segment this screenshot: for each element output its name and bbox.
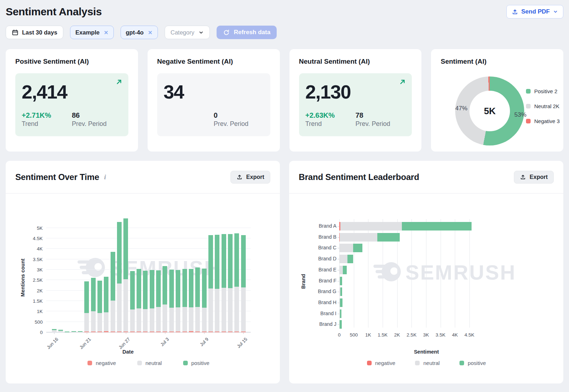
positive-segment [340, 309, 341, 318]
chip-label: Example [75, 29, 100, 36]
positive-segment [202, 269, 207, 308]
trend-label: Trend [22, 120, 72, 128]
refresh-icon [223, 29, 230, 36]
bar-jul-13 [228, 234, 233, 332]
neutral-segment [111, 301, 115, 332]
neutral-segment [130, 309, 135, 332]
filter-chip-gpt4o[interactable]: gpt-4o ✕ [121, 26, 158, 39]
neutral-segment [182, 307, 187, 332]
gridline [46, 311, 251, 311]
positive-swatch [459, 361, 464, 365]
neutral-swatch [415, 361, 420, 365]
x-tick-label: 4K [447, 332, 463, 338]
x-axis-title: Date [46, 349, 210, 355]
close-icon[interactable]: ✕ [104, 30, 108, 35]
positive-segment [347, 255, 353, 263]
positive-segment [182, 269, 187, 307]
filter-chip-example[interactable]: Example ✕ [70, 26, 113, 39]
donut-legend-item[interactable]: Positive 2 [526, 88, 563, 94]
info-icon[interactable]: i [104, 173, 106, 181]
category-label: Category [171, 29, 195, 36]
neutral-segment [339, 266, 343, 274]
bar-jul-7 [189, 269, 193, 332]
positive-segment [228, 234, 233, 288]
bar-jul-2 [156, 270, 161, 332]
neutral-segment [176, 307, 180, 332]
date-range-button[interactable]: Last 30 days [6, 26, 63, 39]
positive-segment [189, 269, 193, 307]
legend-item-negative[interactable]: negative [87, 360, 116, 366]
gridline [469, 219, 470, 328]
bar-jul-9 [202, 269, 207, 332]
legend-label: positive [468, 360, 486, 366]
date-range-label: Last 30 days [22, 29, 57, 36]
x-tick-label: Jun 27 [117, 337, 131, 350]
positive-segment [195, 267, 200, 307]
legend-label: positive [191, 360, 209, 366]
legend-item-positive[interactable]: positive [183, 360, 209, 366]
export-button[interactable]: Export [230, 171, 270, 184]
positive-segment [150, 270, 154, 308]
bar-jun-30 [143, 271, 148, 332]
gridline [46, 301, 251, 301]
send-pdf-label: Send PDF [521, 8, 550, 15]
chart-title: Sentiment Over Time [15, 172, 99, 182]
neutral-segment [97, 313, 102, 332]
brand-label: Brand B [302, 234, 336, 240]
neutral-segment [234, 287, 239, 332]
legend-item-positive[interactable]: positive [459, 360, 486, 366]
donut-legend-item[interactable]: Negative 3 [526, 118, 563, 124]
prev-period-label: Prev. Period [214, 120, 249, 128]
bar-jun-21 [84, 281, 89, 332]
x-tick-label: 1.5K [375, 332, 390, 338]
refresh-data-button[interactable]: Refresh data [217, 26, 277, 39]
send-pdf-button[interactable]: Send PDF [506, 5, 563, 18]
legend-item-neutral[interactable]: neutral [415, 360, 440, 366]
donut-legend-label: Positive 2 [534, 88, 557, 94]
neutral-segment [163, 304, 167, 332]
close-icon[interactable]: ✕ [148, 30, 153, 35]
bar-jul-12 [222, 234, 226, 332]
metric-value: 34 [164, 82, 264, 102]
bar-jun-28 [130, 271, 135, 332]
bar-jun-16 [52, 329, 57, 332]
neutral-segment [215, 289, 219, 332]
bar-jul-6 [182, 269, 187, 332]
neutral-segment [339, 244, 353, 252]
gridline [46, 322, 251, 322]
positive-segment [84, 281, 89, 313]
legend-item-negative[interactable]: negative [367, 360, 395, 366]
y-tick-label: 4K [23, 246, 43, 251]
legend-label: negative [375, 360, 395, 366]
donut-positive-percent: 53% [514, 111, 526, 118]
filter-bar: Last 30 days Example ✕ gpt-4o ✕ Category… [0, 26, 569, 39]
chevron-down-icon [553, 9, 558, 14]
category-select[interactable]: Category [165, 26, 210, 39]
legend-item-neutral[interactable]: neutral [137, 360, 162, 366]
upload-icon [236, 174, 243, 180]
x-tick-label: 3.5K [433, 332, 448, 338]
neutral-segment [143, 309, 148, 332]
positive-segment [241, 235, 246, 287]
neutral-segment [228, 288, 233, 332]
bar-brand-a [339, 222, 472, 231]
neutral-segment [84, 313, 89, 332]
bar-jun-22 [91, 278, 96, 332]
export-button[interactable]: Export [514, 171, 554, 184]
metric-box: 34 0 Prev. Period [157, 73, 270, 136]
prev-period-value: 78 [356, 111, 390, 119]
legend-label: neutral [145, 360, 162, 366]
neutral-segment [123, 279, 128, 332]
neutral-segment [340, 222, 402, 231]
x-tick-label: Jul 3 [160, 337, 170, 347]
x-tick-label: Jun 21 [78, 337, 92, 350]
donut-legend-item[interactable]: Neutral 2K [526, 103, 563, 109]
neutral-segment [202, 308, 207, 332]
bar-brand-j [339, 320, 342, 329]
neutral-segment [156, 307, 161, 332]
positive-segment [143, 271, 148, 309]
gridline [411, 219, 412, 328]
bar-brand-h [339, 298, 342, 307]
positive-segment [343, 266, 347, 274]
positive-segment [137, 269, 141, 308]
